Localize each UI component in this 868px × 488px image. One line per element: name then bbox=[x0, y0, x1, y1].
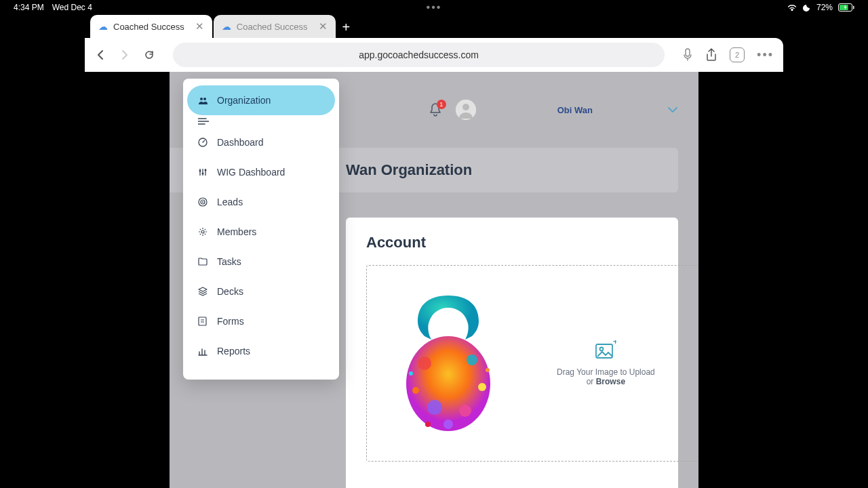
sidebar-item-label: Reports bbox=[217, 346, 250, 357]
svg-rect-3 bbox=[686, 49, 690, 56]
close-icon[interactable]: ✕ bbox=[319, 20, 328, 33]
more-icon[interactable]: ••• bbox=[757, 48, 774, 62]
avatar[interactable] bbox=[456, 100, 476, 120]
cloud-icon: ☁ bbox=[98, 21, 108, 32]
svg-rect-30 bbox=[199, 317, 206, 325]
svg-point-10 bbox=[459, 405, 471, 417]
wifi-icon bbox=[787, 3, 797, 12]
svg-point-9 bbox=[427, 400, 442, 415]
mic-icon[interactable] bbox=[682, 48, 693, 62]
moon-icon bbox=[803, 3, 811, 12]
layers-icon bbox=[198, 287, 209, 296]
notifications-button[interactable]: 1 bbox=[429, 102, 442, 117]
svg-point-15 bbox=[486, 368, 490, 372]
svg-point-14 bbox=[409, 371, 413, 375]
sidebar-item-reports[interactable]: Reports bbox=[187, 336, 335, 366]
users-icon bbox=[198, 96, 209, 105]
ipad-status-bar: 4:34 PM Wed Dec 4 ••• 72% bbox=[0, 0, 868, 15]
sidebar-item-leads[interactable]: Leads bbox=[187, 187, 335, 217]
chevron-down-icon[interactable] bbox=[667, 106, 678, 113]
image-dropzone[interactable]: + Drag Your Image to Upload or Browse bbox=[366, 265, 698, 462]
barchart-icon bbox=[198, 347, 209, 356]
browser-tab-active[interactable]: ☁ Coached Success ✕ bbox=[90, 15, 212, 38]
forward-button[interactable] bbox=[119, 49, 131, 61]
browser-tab-bar: ☁ Coached Success ✕ ☁ Coached Success ✕ … bbox=[85, 15, 783, 38]
svg-point-24 bbox=[202, 173, 204, 175]
svg-point-23 bbox=[199, 170, 201, 172]
svg-point-29 bbox=[201, 230, 204, 233]
status-time: 4:34 PM bbox=[14, 3, 44, 12]
svg-point-25 bbox=[205, 169, 207, 171]
gauge-icon bbox=[198, 138, 209, 147]
browser-tab-inactive[interactable]: ☁ Coached Success ✕ bbox=[214, 15, 336, 38]
svg-point-28 bbox=[202, 201, 203, 203]
folder-icon bbox=[198, 258, 209, 266]
sidebar-item-label: Decks bbox=[217, 286, 243, 297]
sidebar-item-label: Dashboard bbox=[217, 137, 264, 148]
sidebar-item-decks[interactable]: Decks bbox=[187, 277, 335, 306]
page-title: Wan Organization bbox=[346, 161, 472, 179]
svg-point-5 bbox=[462, 104, 469, 110]
tab-label: Coached Success bbox=[237, 22, 308, 32]
svg-rect-1 bbox=[840, 5, 848, 10]
account-card: Account bbox=[346, 218, 678, 488]
svg-point-21 bbox=[203, 98, 206, 100]
sidebar-item-label: WIG Dashboard bbox=[217, 167, 285, 178]
upload-text-line1: Drag Your Image to Upload bbox=[557, 367, 655, 377]
url-text: app.gocoachedsuccess.com bbox=[359, 49, 479, 60]
upload-text-line2: or Browse bbox=[557, 377, 655, 386]
hamburger-icon[interactable] bbox=[187, 115, 335, 127]
org-logo-image bbox=[394, 289, 502, 438]
status-multitask-dots[interactable]: ••• bbox=[427, 1, 442, 14]
battery-icon bbox=[838, 3, 854, 12]
back-button[interactable] bbox=[94, 49, 106, 61]
close-icon[interactable]: ✕ bbox=[195, 20, 204, 33]
sidebar-item-dashboard[interactable]: Dashboard bbox=[187, 127, 335, 157]
tab-count-button[interactable]: 2 bbox=[730, 47, 745, 62]
sidebar-item-tasks[interactable]: Tasks bbox=[187, 247, 335, 277]
url-bar[interactable]: app.gocoachedsuccess.com bbox=[173, 43, 665, 67]
svg-point-12 bbox=[478, 383, 486, 391]
svg-point-16 bbox=[425, 422, 431, 427]
sidebar-nav: Organization Dashboard WIG Dashboard Lea… bbox=[183, 79, 339, 380]
app-viewport: 1 Obi Wan Wan Organization Account bbox=[170, 72, 698, 488]
sidebar-item-label: Leads bbox=[217, 197, 243, 207]
gear-icon bbox=[198, 227, 209, 237]
share-icon[interactable] bbox=[705, 48, 717, 62]
image-upload-icon: + bbox=[557, 340, 655, 359]
section-title: Account bbox=[366, 234, 658, 251]
svg-text:+: + bbox=[613, 340, 616, 346]
target-icon bbox=[198, 197, 209, 207]
username[interactable]: Obi Wan bbox=[557, 105, 593, 115]
tab-label: Coached Success bbox=[113, 22, 184, 32]
sliders-icon bbox=[198, 167, 209, 177]
svg-point-11 bbox=[412, 387, 419, 394]
svg-point-8 bbox=[467, 354, 477, 365]
sidebar-item-label: Members bbox=[217, 226, 256, 237]
svg-rect-2 bbox=[853, 6, 854, 9]
upload-prompt: + Drag Your Image to Upload or Browse bbox=[557, 340, 655, 386]
cloud-icon: ☁ bbox=[222, 21, 231, 32]
svg-point-18 bbox=[600, 348, 604, 351]
reload-button[interactable] bbox=[143, 49, 155, 61]
browser-toolbar: app.gocoachedsuccess.com 2 ••• bbox=[85, 38, 783, 72]
form-icon bbox=[198, 317, 209, 326]
sidebar-item-label: Tasks bbox=[217, 256, 241, 267]
sidebar-item-label: Organization bbox=[217, 95, 271, 106]
status-date: Wed Dec 4 bbox=[52, 3, 92, 12]
sidebar-item-label: Forms bbox=[217, 316, 244, 327]
add-tab-button[interactable]: + bbox=[336, 17, 357, 38]
sidebar-item-wig-dashboard[interactable]: WIG Dashboard bbox=[187, 157, 335, 187]
svg-point-13 bbox=[443, 420, 453, 429]
sidebar-item-forms[interactable]: Forms bbox=[187, 306, 335, 336]
sidebar-item-members[interactable]: Members bbox=[187, 217, 335, 247]
sidebar-item-organization[interactable]: Organization bbox=[187, 85, 335, 115]
battery-percent: 72% bbox=[816, 3, 833, 12]
browse-link[interactable]: Browse bbox=[596, 377, 625, 386]
svg-point-6 bbox=[406, 336, 490, 431]
svg-point-7 bbox=[418, 357, 431, 370]
notification-badge: 1 bbox=[437, 100, 446, 109]
svg-point-20 bbox=[200, 98, 203, 100]
